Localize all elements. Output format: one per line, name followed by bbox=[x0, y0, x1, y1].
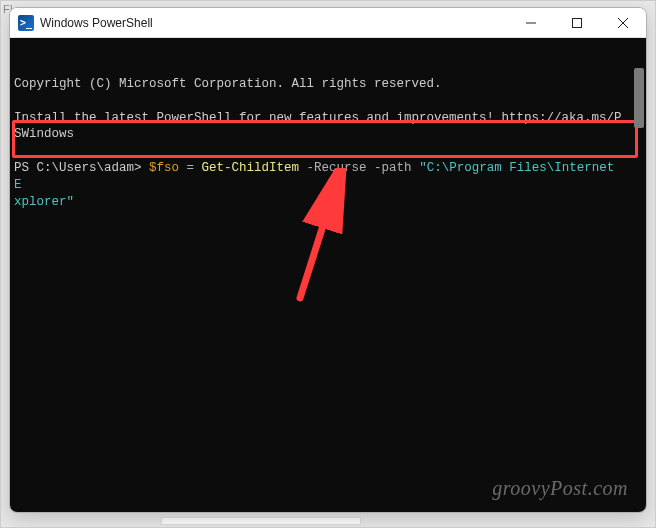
terminal-content: Copyright (C) Microsoft Corporation. All… bbox=[12, 76, 644, 211]
maximize-icon bbox=[572, 18, 582, 28]
titlebar[interactable]: >_ Windows PowerShell bbox=[10, 8, 646, 38]
terminal-area[interactable]: Copyright (C) Microsoft Corporation. All… bbox=[10, 38, 646, 512]
window-title: Windows PowerShell bbox=[40, 16, 153, 30]
powershell-window: >_ Windows PowerShell Copyright (C) Micr… bbox=[9, 7, 647, 513]
install-message: Install the latest PowerShell for new fe… bbox=[14, 111, 622, 142]
close-button[interactable] bbox=[600, 8, 646, 38]
powershell-icon: >_ bbox=[18, 15, 34, 31]
cmd-flags: -Recurse -path bbox=[299, 161, 419, 175]
prompt-text: PS C:\Users\adam> bbox=[14, 161, 149, 175]
close-icon bbox=[618, 18, 628, 28]
cmd-variable: $fso bbox=[149, 161, 179, 175]
scrollbar-thumb[interactable] bbox=[634, 68, 644, 128]
cmd-equals: = bbox=[179, 161, 202, 175]
background-panel bbox=[161, 517, 361, 525]
svg-rect-1 bbox=[573, 18, 582, 27]
cmd-path-part2: xplorer" bbox=[14, 195, 74, 209]
minimize-button[interactable] bbox=[508, 8, 554, 38]
cmd-cmdlet: Get-ChildItem bbox=[202, 161, 300, 175]
maximize-button[interactable] bbox=[554, 8, 600, 38]
copyright-line: Copyright (C) Microsoft Corporation. All… bbox=[14, 77, 442, 91]
minimize-icon bbox=[526, 18, 536, 28]
watermark-text: groovyPost.com bbox=[492, 475, 628, 502]
